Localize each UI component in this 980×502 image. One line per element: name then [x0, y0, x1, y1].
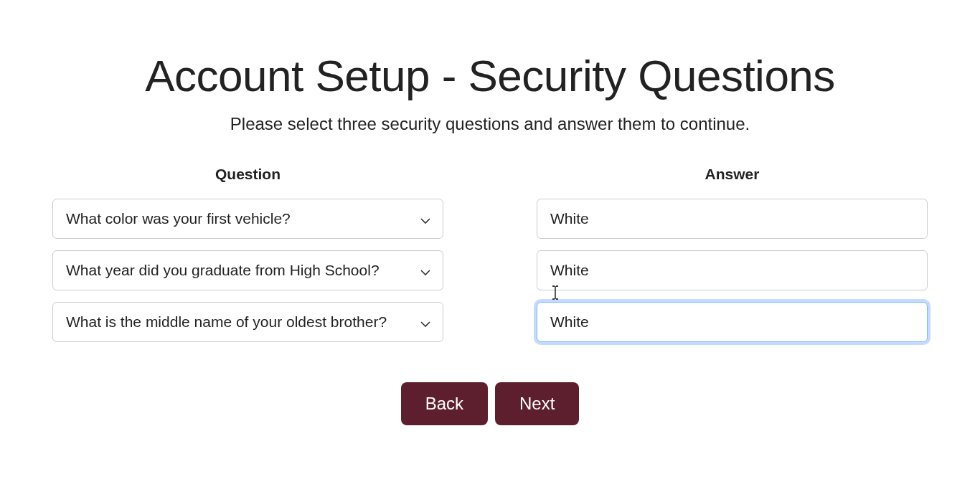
- page-title: Account Setup - Security Questions: [38, 50, 942, 101]
- answer-input-2[interactable]: [537, 250, 928, 290]
- next-button[interactable]: Next: [495, 382, 579, 425]
- back-button[interactable]: Back: [401, 382, 488, 425]
- answer-column: Answer: [537, 166, 928, 354]
- chevron-down-icon: [420, 316, 431, 328]
- question-row: What year did you graduate from High Sch…: [52, 250, 443, 290]
- form-columns: Question What color was your first vehic…: [38, 166, 942, 354]
- button-row: Back Next: [38, 382, 942, 425]
- page-subtitle: Please select three security questions a…: [38, 114, 942, 134]
- answer-row: [537, 302, 928, 342]
- question-select-1[interactable]: What color was your first vehicle?: [52, 199, 443, 239]
- answer-column-header: Answer: [537, 166, 928, 183]
- select-value: What year did you graduate from High Sch…: [66, 262, 411, 279]
- select-value: What color was your first vehicle?: [66, 210, 411, 227]
- question-row: What color was your first vehicle?: [52, 199, 443, 239]
- page-container: Account Setup - Security Questions Pleas…: [24, 50, 956, 425]
- answer-row: [537, 199, 928, 239]
- select-value: What is the middle name of your oldest b…: [66, 313, 411, 331]
- answer-input-3[interactable]: [537, 302, 928, 342]
- question-select-3[interactable]: What is the middle name of your oldest b…: [52, 302, 443, 342]
- answer-row: [537, 250, 928, 290]
- question-column: Question What color was your first vehic…: [52, 166, 443, 354]
- answer-input-1[interactable]: [537, 199, 928, 239]
- chevron-down-icon: [420, 265, 431, 276]
- chevron-down-icon: [420, 213, 431, 224]
- question-select-2[interactable]: What year did you graduate from High Sch…: [52, 250, 443, 290]
- question-column-header: Question: [52, 166, 443, 183]
- question-row: What is the middle name of your oldest b…: [52, 302, 443, 342]
